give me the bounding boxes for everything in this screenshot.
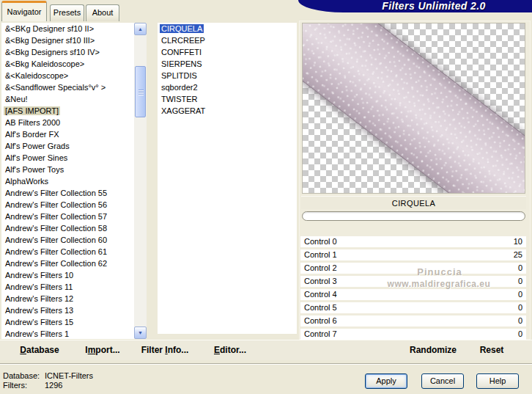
control-row[interactable]: Control 4 0 [300,289,526,300]
list-item[interactable]: Andrew's Filter Collection 56 [1,199,134,211]
control-row[interactable]: Control 1 25 [300,249,526,260]
list-item[interactable]: AlphaWorks [1,175,134,187]
list-item[interactable]: &<Bkg Designer sf10 III> [1,34,134,46]
separator [0,363,532,365]
list-item[interactable]: CIRQUELA [158,23,297,34]
list-item[interactable]: Alf's Power Toys [1,164,134,175]
control-value[interactable]: 0 [518,289,522,300]
randomize-button[interactable]: Randomize [400,340,466,360]
selected-filter-name: CIRQUELA [301,196,526,209]
list-item[interactable]: Andrew's Filters 13 [1,304,134,316]
list-item[interactable]: &<BKg Designer sf10 II> [1,23,134,34]
control-row[interactable]: Control 3 0 [300,276,526,287]
list-item[interactable]: &<Kaleidoscope> [1,70,134,81]
list-item[interactable]: sqborder2 [158,81,297,93]
list-item[interactable]: XAGGERAT [158,105,297,117]
list-item[interactable]: SPLITDIS [158,70,297,81]
list-item[interactable]: CLRCREEP [158,34,297,46]
status-database: Database: ICNET-Filters [3,371,223,380]
import-button[interactable]: Import... [79,340,126,360]
apply-button[interactable]: Apply [365,373,407,389]
list-item[interactable]: Andrew's Filter Collection 58 [1,222,134,234]
control-row[interactable]: Control 6 0 [300,315,526,326]
status-database-label: Database: [3,371,40,380]
preview-diagonal-band [302,23,525,194]
list-item[interactable]: &<Sandflower Specials°v° > [1,81,134,93]
tab-about[interactable]: About [86,4,119,21]
category-list[interactable]: &<BKg Designer sf10 II>&<Bkg Designer sf… [1,23,134,339]
toolbar: Database Import... Filter Info... Editor… [0,340,532,360]
list-item[interactable]: &Neu! [1,93,134,105]
list-item[interactable]: Andrew's Filters 15 [1,316,134,328]
list-item[interactable]: Andrew's Filter Collection 60 [1,234,134,246]
list-item[interactable]: Andrew's Filters 10 [1,269,134,281]
list-item[interactable]: &<Bkg Kaleidoscope> [1,58,134,70]
list-item[interactable]: Alf's Power Sines [1,152,134,164]
control-row[interactable]: Control 2 0 [300,263,526,274]
control-label: Control 6 [304,315,337,326]
list-item[interactable]: Andrew's Filter Collection 57 [1,211,134,222]
category-list-scrollbar[interactable]: ▲ ▼ [134,23,147,339]
chevron-down-icon[interactable]: ▼ [134,326,147,339]
list-item[interactable]: &<Bkg Designers sf10 IV> [1,46,134,58]
tab-presets[interactable]: Presets [50,4,84,21]
list-item[interactable]: Andrew's Filter Collection 55 [1,187,134,199]
scrollbar-thumb[interactable] [135,66,146,117]
list-item[interactable]: AB Filters 2000 [1,117,134,128]
status-filters: Filters: 1296 [3,381,223,390]
control-row[interactable]: Control 5 0 [300,302,526,313]
status-database-value: ICNET-Filters [45,371,93,380]
list-item[interactable]: Andrew's Filters 1 [1,328,134,339]
list-item[interactable]: Andrew's Filter Collection 62 [1,258,134,269]
brand-title: Filters Unlimited 2.0 [342,0,525,12]
control-value[interactable]: 0 [518,329,522,340]
control-value[interactable]: 0 [518,263,522,274]
chevron-up-icon[interactable]: ▲ [134,23,147,35]
control-label: Control 7 [304,329,337,340]
database-button[interactable]: Database [10,340,69,360]
filter-list[interactable]: CIRQUELACLRCREEPCONFFETISIERPENSSPLITDIS… [158,23,297,334]
control-value[interactable]: 10 [514,236,522,247]
list-item[interactable]: [AFS IMPORT] [1,105,134,117]
editor-button[interactable]: Editor... [208,340,252,360]
list-item[interactable]: TWISTER [158,93,297,105]
control-value[interactable]: 0 [518,276,522,287]
controls-table: Control 0 10 Control 1 25 Control 2 0 Co… [300,236,526,342]
control-label: Control 2 [304,263,337,274]
control-value[interactable]: 0 [518,315,522,326]
reset-button[interactable]: Reset [470,340,513,360]
progress-bar [302,211,525,221]
list-item[interactable]: Andrew's Filters 11 [1,281,134,293]
list-item[interactable]: Andrew's Filter Collection 61 [1,246,134,258]
tab-navigator[interactable]: Navigator [1,1,47,21]
brand-banner: Filters Unlimited 2.0 [298,0,532,12]
control-row[interactable]: Control 7 0 [300,329,526,340]
control-value[interactable]: 25 [514,249,522,260]
filters-unlimited-dialog: Navigator Presets About Filters Unlimite… [0,0,532,394]
control-label: Control 4 [304,289,337,300]
list-item[interactable]: Andrew's Filters 12 [1,293,134,304]
status-filters-value: 1296 [45,381,62,390]
control-label: Control 3 [304,276,337,287]
control-label: Control 1 [304,249,337,260]
control-label: Control 0 [304,236,337,247]
filter-preview [302,23,525,194]
list-item[interactable]: Alf's Border FX [1,128,134,140]
list-item[interactable]: CONFFETI [158,46,297,58]
control-value[interactable]: 0 [518,302,522,313]
cancel-button[interactable]: Cancel [421,373,464,389]
filter-info-button[interactable]: Filter Info... [136,340,193,360]
help-button[interactable]: Help [476,373,519,389]
list-item[interactable]: Alf's Power Grads [1,140,134,152]
status-filters-label: Filters: [3,381,27,390]
list-item[interactable]: SIERPENS [158,58,297,70]
control-row[interactable]: Control 0 10 [300,236,526,247]
control-label: Control 5 [304,302,337,313]
